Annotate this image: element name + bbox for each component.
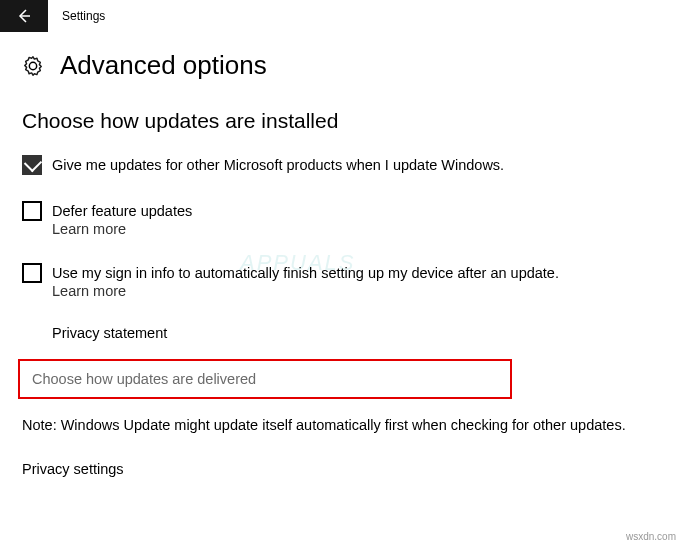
back-button[interactable]	[0, 0, 48, 32]
option-label: Defer feature updates	[52, 201, 192, 221]
window-title: Settings	[62, 9, 105, 23]
checkbox-sign-in-setup[interactable]	[22, 263, 42, 283]
option-sign-in-setup: Use my sign in info to automatically fin…	[22, 263, 662, 299]
note-text: Note: Windows Update might update itself…	[22, 417, 662, 433]
privacy-statement-link[interactable]: Privacy statement	[52, 325, 662, 341]
option-defer-feature: Defer feature updates Learn more	[22, 201, 662, 237]
page-header: Advanced options	[22, 50, 662, 81]
gear-icon	[22, 55, 44, 77]
option-label: Give me updates for other Microsoft prod…	[52, 155, 504, 175]
titlebar: Settings	[0, 0, 684, 32]
choose-delivery-link[interactable]: Choose how updates are delivered	[18, 359, 512, 399]
privacy-settings-link[interactable]: Privacy settings	[22, 461, 662, 477]
learn-more-defer[interactable]: Learn more	[52, 221, 126, 237]
section-heading: Choose how updates are installed	[22, 109, 662, 133]
option-microsoft-products: Give me updates for other Microsoft prod…	[22, 155, 662, 175]
checkbox-defer-feature[interactable]	[22, 201, 42, 221]
content-area: Advanced options Choose how updates are …	[0, 32, 684, 477]
arrow-left-icon	[16, 8, 32, 24]
option-label: Use my sign in info to automatically fin…	[52, 263, 559, 283]
page-title: Advanced options	[60, 50, 267, 81]
learn-more-sign-in[interactable]: Learn more	[52, 283, 126, 299]
checkbox-microsoft-products[interactable]	[22, 155, 42, 175]
footer-brand: wsxdn.com	[626, 531, 676, 542]
